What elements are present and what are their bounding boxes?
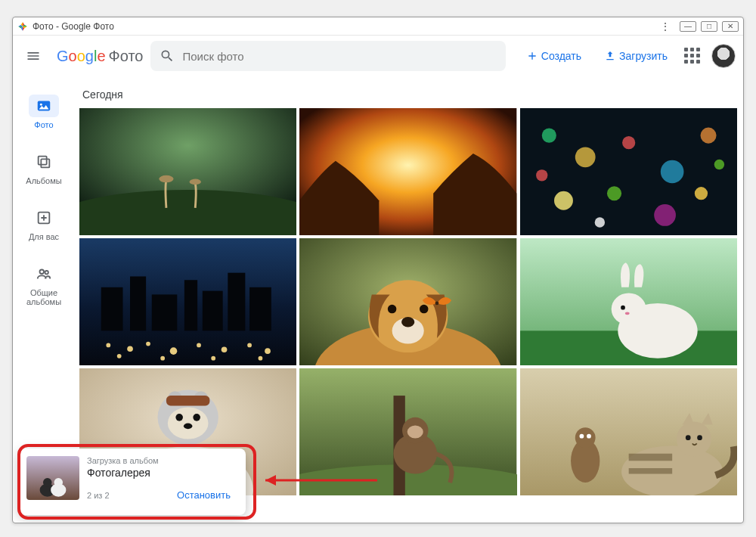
search-icon [160, 48, 175, 64]
svg-point-10 [190, 179, 201, 185]
svg-point-24 [714, 160, 723, 169]
svg-point-43 [211, 356, 215, 361]
svg-point-39 [247, 343, 252, 348]
svg-point-88 [54, 478, 63, 487]
photo-thumb[interactable] [299, 368, 516, 495]
svg-point-42 [160, 356, 165, 361]
plus-icon [526, 50, 538, 62]
svg-point-52 [435, 302, 439, 306]
svg-point-8 [79, 190, 296, 235]
nav-item-sharing[interactable]: Общие альбомы [17, 259, 71, 309]
svg-point-78 [579, 434, 584, 439]
photo-thumb[interactable] [520, 108, 737, 235]
hamburger-icon [26, 48, 41, 64]
minimize-button[interactable]: — [680, 21, 696, 32]
photo-thumb[interactable] [79, 108, 296, 235]
svg-point-36 [170, 347, 178, 355]
svg-rect-28 [152, 294, 178, 331]
photo-thumb[interactable] [520, 238, 737, 365]
svg-point-9 [159, 175, 173, 183]
google-logo: Google [57, 48, 106, 65]
svg-rect-2 [39, 157, 47, 165]
section-title: Сегодня [82, 88, 737, 101]
svg-point-14 [575, 147, 595, 167]
photo-thumb[interactable] [299, 108, 516, 235]
close-button[interactable]: ✕ [722, 21, 739, 32]
svg-point-66 [193, 414, 200, 421]
svg-point-23 [536, 169, 547, 181]
svg-rect-26 [101, 287, 123, 331]
svg-rect-27 [130, 276, 146, 331]
menu-button[interactable] [17, 40, 49, 72]
svg-point-16 [660, 160, 683, 184]
toast-stop-button[interactable]: Остановить [169, 485, 238, 505]
svg-point-50 [388, 305, 396, 313]
upload-icon [604, 50, 616, 62]
window-title: Фото - Google Фото [33, 21, 114, 32]
svg-point-17 [700, 128, 716, 144]
svg-point-56 [611, 293, 646, 325]
svg-point-35 [146, 342, 150, 346]
toast-title: Фотогалерея [87, 467, 238, 479]
upload-button[interactable]: Загрузить [598, 45, 674, 67]
svg-point-20 [654, 204, 676, 226]
nav-item-photos[interactable]: Фото [17, 92, 71, 132]
app-icon [17, 21, 28, 32]
window-titlebar: Фото - Google Фото ⋮ — □ ✕ [13, 17, 743, 36]
svg-point-34 [127, 346, 133, 352]
svg-rect-12 [520, 108, 737, 235]
svg-point-57 [621, 306, 625, 310]
nav-item-foryou[interactable]: Для вас [17, 203, 71, 244]
upload-button-label: Загрузить [619, 50, 668, 62]
svg-rect-31 [228, 273, 245, 331]
image-icon [36, 98, 52, 114]
svg-point-58 [625, 312, 630, 315]
svg-point-38 [222, 346, 228, 352]
product-name: Фото [109, 48, 144, 65]
albums-icon [36, 154, 52, 170]
photo-thumb[interactable] [79, 238, 296, 365]
svg-point-6 [45, 271, 48, 274]
photo-grid [79, 108, 737, 495]
svg-point-87 [43, 478, 52, 487]
account-avatar[interactable] [711, 44, 736, 68]
search-bar[interactable] [150, 41, 506, 71]
nav-item-label: Фото [34, 120, 53, 129]
create-button-label: Создать [541, 50, 581, 62]
create-button[interactable]: Создать [520, 45, 587, 67]
svg-point-40 [265, 348, 271, 354]
svg-point-1 [40, 104, 42, 106]
svg-rect-32 [249, 287, 271, 331]
upload-toast: Загрузка в альбом Фотогалерея 2 из 2 Ост… [19, 449, 246, 515]
nav-item-label: Для вас [29, 232, 59, 241]
nav-item-label: Альбомы [26, 176, 61, 185]
svg-point-67 [184, 424, 192, 430]
photo-thumb[interactable] [299, 238, 516, 365]
people-icon [36, 265, 52, 282]
product-logo[interactable]: Google Фото [57, 48, 143, 65]
svg-point-65 [175, 414, 183, 421]
svg-point-44 [259, 356, 263, 361]
google-apps-button[interactable] [684, 48, 701, 64]
toast-thumbnail [26, 456, 79, 500]
svg-point-49 [401, 317, 414, 327]
app-window: Фото - Google Фото ⋮ — □ ✕ Google Фото С… [12, 17, 744, 523]
svg-point-37 [197, 343, 201, 348]
maximize-button[interactable]: □ [701, 21, 717, 32]
apps-grid-icon [684, 48, 701, 64]
search-input[interactable] [182, 50, 497, 63]
svg-point-74 [407, 425, 423, 438]
svg-point-15 [622, 136, 635, 149]
nav-item-label: Общие альбомы [17, 288, 71, 306]
toast-caption: Загрузка в альбом [87, 456, 238, 465]
svg-point-79 [587, 434, 591, 439]
nav-item-albums[interactable]: Альбомы [17, 147, 71, 188]
more-menu-icon[interactable]: ⋮ [655, 20, 675, 33]
svg-point-13 [541, 129, 556, 143]
svg-rect-30 [203, 291, 223, 331]
photo-thumb[interactable] [520, 368, 737, 495]
svg-point-41 [117, 354, 122, 359]
svg-point-5 [40, 270, 45, 275]
svg-point-21 [694, 187, 707, 200]
svg-rect-29 [184, 280, 197, 331]
